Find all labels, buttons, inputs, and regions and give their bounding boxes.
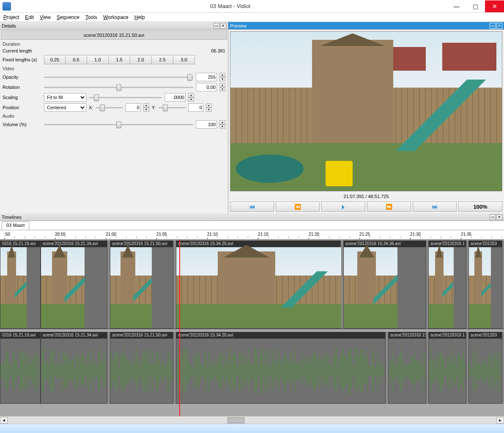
scaling-spinner[interactable]: ▲▼ [188, 93, 194, 102]
preset-25[interactable]: 2.5 [152, 55, 173, 64]
timelines-close-button[interactable]: ✕ [496, 214, 502, 220]
timeline-tracks[interactable]: 0316 15.21.18.aviscene'20120316 15.21.34… [0, 240, 504, 416]
preview-panel: Preview ▭ ✕ 21:07.391 / 46:51.725 ⏮ [228, 22, 504, 213]
maximize-button[interactable]: ▢ [466, 0, 485, 12]
menu-sequence[interactable]: Sequence [57, 14, 79, 20]
opacity-input[interactable] [196, 73, 217, 81]
video-clip[interactable]: scene'20120316 15.34.20.avi [176, 240, 341, 328]
rotation-input[interactable] [196, 83, 217, 91]
transport-play-button[interactable]: ⏵ [321, 201, 365, 212]
preset-15[interactable]: 1.5 [109, 55, 130, 64]
video-clip[interactable]: 0316 15.21.18.avi [0, 240, 41, 328]
minimize-button[interactable]: — [447, 0, 466, 12]
y-spinner[interactable]: ▲▼ [206, 103, 212, 112]
video-clip[interactable]: scene'201203 [468, 240, 502, 328]
timelines-panel: Timelines ▭ ✕ 03 Maart :5020:5521:0021:0… [0, 213, 504, 424]
scroll-left-button[interactable]: ◄ [0, 417, 8, 424]
preview-viewport[interactable] [230, 31, 502, 191]
audio-section: Audio [0, 113, 228, 119]
volume-input[interactable] [196, 120, 217, 129]
opacity-spinner[interactable]: ▲▼ [219, 73, 225, 81]
preview-float-button[interactable]: ▭ [490, 23, 496, 29]
video-clip[interactable]: scene'20120316 1 [428, 240, 466, 328]
transport-next-button[interactable]: ⏩ [367, 201, 411, 212]
video-clip[interactable]: scene'20120316 15.21.34.avi [41, 240, 107, 328]
scroll-thumb[interactable] [227, 417, 244, 423]
audio-clip[interactable]: 0316 15.21.18.avi [0, 332, 41, 404]
x-spinner[interactable]: ▲▼ [143, 103, 149, 112]
audio-track[interactable]: 0316 15.21.18.aviscene'20120316 15.21.34… [0, 332, 504, 404]
waveform [429, 339, 466, 403]
x-input[interactable] [126, 103, 141, 112]
ruler-tick: :50 [4, 232, 10, 237]
scaling-input[interactable] [164, 93, 186, 102]
scroll-right-button[interactable]: ► [496, 417, 504, 424]
volume-slider[interactable] [44, 121, 193, 128]
timeline-tabs: 03 Maart [0, 221, 504, 230]
y-input[interactable] [188, 103, 203, 112]
y-slider[interactable] [159, 104, 186, 111]
preset-025[interactable]: 0.25 [44, 55, 66, 64]
timelines-float-button[interactable]: ▭ [490, 214, 496, 220]
transport-home-button[interactable]: ⏮ [230, 201, 274, 212]
menu-workspace[interactable]: Workspace [103, 14, 129, 20]
details-close-button[interactable]: ✕ [220, 23, 226, 29]
ruler-tick: 21:35 [461, 232, 471, 237]
clip-label: scene'20120316 15.21.34.avi [41, 241, 107, 247]
clip-label: scene'20120316 15.34.36.avi [389, 332, 426, 339]
timeline-scrollbar[interactable]: ◄ ► [0, 416, 504, 424]
clip-label: scene'20120316 1 [429, 332, 466, 339]
zoom-display[interactable]: 100% [458, 201, 502, 212]
details-float-button[interactable]: ▭ [214, 23, 219, 29]
menu-tools[interactable]: Tools [85, 14, 97, 20]
x-slider[interactable] [96, 104, 123, 111]
playhead[interactable] [179, 240, 180, 416]
scaling-select[interactable]: Fit to fill [44, 93, 86, 102]
preset-10[interactable]: 1.0 [87, 55, 109, 64]
scaling-slider[interactable] [89, 94, 162, 101]
timeline-tab[interactable]: 03 Maart [2, 221, 29, 230]
preset-20[interactable]: 2.0 [130, 55, 152, 64]
menu-edit[interactable]: Edit [25, 14, 34, 20]
preset-05[interactable]: 0.5 [66, 55, 87, 64]
preview-close-button[interactable]: ✕ [496, 23, 502, 29]
audio-clip[interactable]: scene'20120316 15.34.20.avi [176, 332, 386, 404]
timeline-ruler[interactable]: :5020:5521:0021:0521:1021:1521:2021:2521… [0, 230, 504, 240]
audio-clip[interactable]: scene'20120316 15.21.34.avi [41, 332, 107, 404]
volume-spinner[interactable]: ▲▼ [219, 120, 225, 129]
menu-view[interactable]: View [40, 14, 51, 20]
transport-prev-button[interactable]: ⏪ [276, 201, 320, 212]
close-button[interactable]: ✕ [485, 0, 504, 12]
clip-thumbnail [176, 247, 341, 328]
current-length-label: Current length [3, 48, 41, 53]
status-bar [0, 424, 504, 433]
clip-label: scene'20120316 15.34.20.avi [176, 241, 340, 247]
ruler-tick: 21:05 [156, 232, 167, 237]
rotation-slider[interactable] [44, 83, 193, 91]
ruler-tick: 21:30 [410, 232, 421, 237]
waveform [41, 339, 107, 403]
clip-thumbnail [429, 247, 454, 328]
audio-clip[interactable]: scene'20120316 15.34.36.avi [388, 332, 426, 404]
preset-30[interactable]: 3.0 [173, 55, 195, 64]
position-select[interactable]: Centered [44, 103, 86, 112]
opacity-label: Opacity [3, 74, 41, 80]
clip-label: scene'20120316 15.21.34.avi [41, 332, 107, 339]
waveform [110, 339, 173, 403]
rotation-spinner[interactable]: ▲▼ [219, 83, 225, 91]
video-clip[interactable]: scene'20120316 15.34.36.avi [343, 240, 426, 328]
menu-help[interactable]: Help [134, 14, 145, 20]
ruler-tick: 20:55 [55, 232, 66, 237]
audio-clip[interactable]: scene'20120316 1 [428, 332, 466, 404]
video-track[interactable]: 0316 15.21.18.aviscene'20120316 15.21.34… [0, 240, 504, 329]
video-clip[interactable]: scene'20120316 15.21.50.avi [110, 240, 173, 328]
transport-end-button[interactable]: ⏭ [413, 201, 457, 212]
ruler-tick: 21:15 [258, 232, 268, 237]
clip-label: 0316 15.21.18.avi [0, 241, 40, 247]
duration-section: Duration [0, 41, 228, 47]
audio-clip[interactable]: scene'201203 [468, 332, 502, 404]
audio-clip[interactable]: scene'20120316 15.21.50.avi [110, 332, 173, 404]
menu-project[interactable]: Project [3, 14, 19, 20]
menu-bar: Project Edit View Sequence Tools Workspa… [0, 13, 504, 22]
opacity-slider[interactable] [44, 73, 193, 81]
